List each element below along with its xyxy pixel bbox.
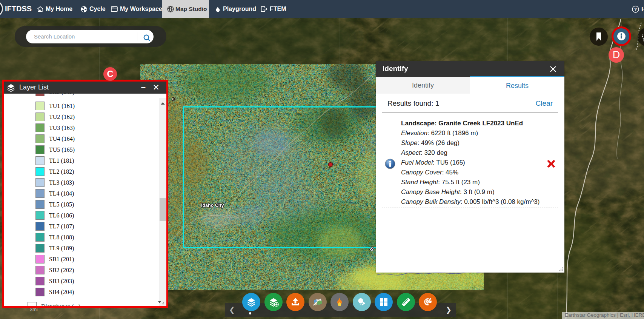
svg-text:?: ? [634, 6, 637, 11]
svg-text:e: e [172, 96, 175, 102]
svg-text:Idaho City: Idaho City [201, 203, 224, 208]
